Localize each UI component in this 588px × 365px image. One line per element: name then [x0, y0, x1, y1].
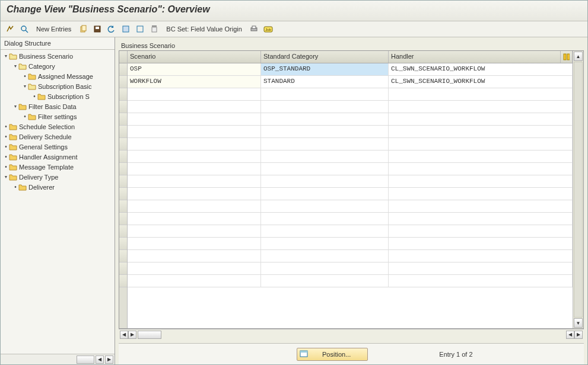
table-row[interactable] [128, 151, 573, 163]
expand-icon[interactable]: • [22, 113, 28, 120]
cell[interactable] [389, 163, 573, 175]
cell[interactable] [389, 250, 573, 262]
expand-icon[interactable]: ▼ [12, 64, 18, 68]
expand-icon[interactable]: ▼ [3, 54, 9, 58]
cell[interactable]: CL_SWN_SCENARIO_WORKFLOW [389, 63, 573, 75]
cell[interactable]: OSP_STANDARD [261, 63, 389, 75]
row-selector[interactable] [119, 275, 127, 287]
hscroll-left2-icon[interactable]: ◀ [566, 331, 574, 339]
hscroll-thumb[interactable] [77, 356, 94, 364]
bcset-icon[interactable]: Jub [262, 23, 274, 35]
tree-item[interactable]: ▼Business Scenario [1, 51, 115, 61]
grid-body[interactable]: OSPOSP_STANDARDCL_SWN_SCENARIO_WORKFLOWW… [128, 63, 573, 328]
row-selector[interactable] [119, 163, 127, 175]
row-selector-header[interactable] [119, 51, 127, 63]
cell[interactable] [128, 262, 261, 274]
cell[interactable] [389, 213, 573, 225]
cell[interactable] [128, 163, 261, 175]
row-selector[interactable] [119, 101, 127, 113]
cell[interactable] [261, 138, 389, 150]
expand-icon[interactable]: • [3, 164, 9, 170]
cell[interactable]: WORKFLOW [128, 76, 261, 88]
tree-item[interactable]: •Subscription S [1, 91, 115, 101]
cell[interactable] [128, 88, 261, 100]
table-row[interactable] [128, 113, 573, 126]
cell[interactable] [389, 225, 573, 237]
select-all-icon[interactable] [120, 23, 132, 35]
table-row[interactable]: OSPOSP_STANDARDCL_SWN_SCENARIO_WORKFLOW [128, 63, 573, 76]
row-selector[interactable] [119, 262, 127, 275]
tree-item[interactable]: •Schedule Selection [1, 121, 115, 132]
table-row[interactable]: WORKFLOWSTANDARDCL_SWN_SCENARIO_WORKFLOW [128, 76, 573, 88]
cell[interactable] [389, 238, 573, 249]
row-selector[interactable] [119, 250, 127, 262]
delete-icon[interactable] [148, 23, 160, 35]
expand-icon[interactable]: ▼ [22, 84, 28, 88]
cell[interactable] [128, 238, 261, 249]
cell[interactable]: CL_SWN_SCENARIO_WORKFLOW [389, 76, 573, 88]
table-row[interactable] [128, 238, 573, 250]
column-header-standard-category[interactable]: Standard Category [261, 51, 389, 63]
horizontal-scrollbar[interactable]: ◀ ▶ ◀ ▶ [119, 329, 584, 340]
row-selector[interactable] [119, 188, 127, 200]
row-selector[interactable] [119, 175, 127, 188]
row-selector[interactable] [119, 225, 127, 238]
cell[interactable] [389, 262, 573, 274]
cell[interactable] [389, 126, 573, 137]
tree-item[interactable]: •Assigned Message [1, 71, 115, 81]
cell[interactable] [128, 113, 261, 125]
row-selector[interactable] [119, 63, 127, 76]
cell[interactable] [389, 175, 573, 187]
expand-icon[interactable]: • [3, 143, 9, 150]
expand-icon[interactable]: • [3, 153, 9, 160]
tree-item[interactable]: •Handler Assignment [1, 152, 115, 162]
column-header-scenario[interactable]: Scenario [128, 51, 261, 63]
save-icon[interactable] [91, 23, 103, 35]
row-selector[interactable] [119, 151, 127, 163]
cell[interactable] [261, 238, 389, 249]
expand-icon[interactable]: • [31, 93, 37, 100]
cell[interactable]: STANDARD [261, 76, 389, 88]
table-row[interactable] [128, 275, 573, 287]
cell[interactable] [128, 101, 261, 113]
undo-icon[interactable] [106, 23, 117, 35]
cell[interactable] [389, 275, 573, 287]
cell[interactable] [261, 101, 389, 113]
bcset-label[interactable]: BC Set: Field Value Origin [163, 23, 246, 35]
sidebar-hscroll[interactable]: ◀ ▶ [1, 354, 115, 364]
copy-icon[interactable] [77, 23, 89, 35]
cell[interactable] [261, 188, 389, 200]
cell[interactable] [128, 175, 261, 187]
hscroll-left-icon[interactable]: ◀ [120, 331, 128, 339]
table-row[interactable] [128, 101, 573, 113]
cell[interactable] [128, 275, 261, 287]
cell[interactable] [261, 213, 389, 225]
tree[interactable]: ▼Business Scenario▼Category•Assigned Mes… [1, 50, 115, 354]
row-selector[interactable] [119, 88, 127, 101]
scroll-down-icon[interactable]: ▼ [574, 318, 583, 328]
expand-icon[interactable]: ▼ [3, 175, 9, 179]
cell[interactable] [261, 126, 389, 137]
hscroll-left-icon[interactable]: ◀ [96, 356, 104, 364]
tree-item[interactable]: •General Settings [1, 142, 115, 152]
cell[interactable] [389, 113, 573, 125]
hscroll-right2-icon[interactable]: ▶ [574, 331, 583, 339]
column-header-handler[interactable]: Handler [389, 51, 561, 63]
cell[interactable] [261, 151, 389, 162]
cell[interactable] [389, 88, 573, 100]
print-icon[interactable] [248, 23, 260, 35]
table-row[interactable] [128, 138, 573, 151]
table-row[interactable] [128, 163, 573, 175]
cell[interactable] [128, 188, 261, 200]
tree-item[interactable]: ▼Subscription Basic [1, 81, 115, 91]
row-selector[interactable] [119, 113, 127, 126]
vertical-scrollbar[interactable]: ▲ ▼ [573, 51, 583, 328]
expand-icon[interactable]: • [22, 73, 28, 79]
table-row[interactable] [128, 188, 573, 200]
row-selector[interactable] [119, 138, 127, 151]
cell[interactable] [261, 225, 389, 237]
row-selector[interactable] [119, 238, 127, 250]
cell[interactable] [128, 126, 261, 137]
tree-item[interactable]: ▼Category [1, 61, 115, 71]
cell[interactable] [261, 200, 389, 212]
